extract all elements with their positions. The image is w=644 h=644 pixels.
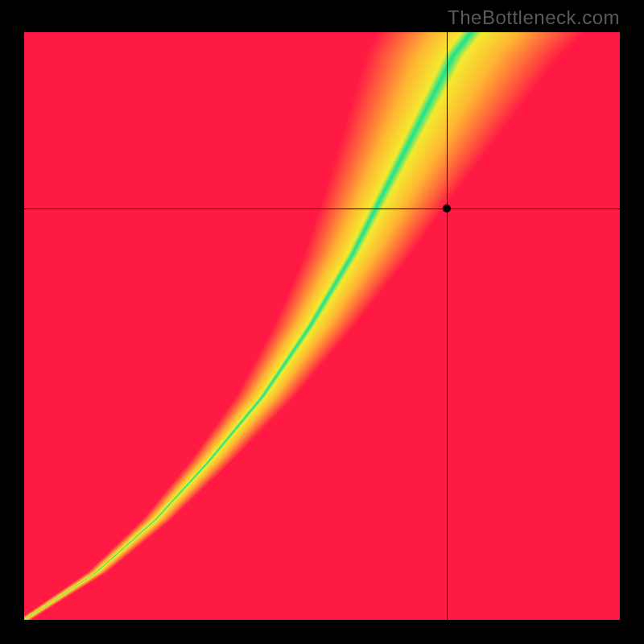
watermark-label: TheBottleneck.com [448, 6, 620, 29]
heatmap-canvas [24, 32, 620, 620]
plot-area [24, 32, 620, 620]
chart-frame: TheBottleneck.com [0, 0, 644, 644]
